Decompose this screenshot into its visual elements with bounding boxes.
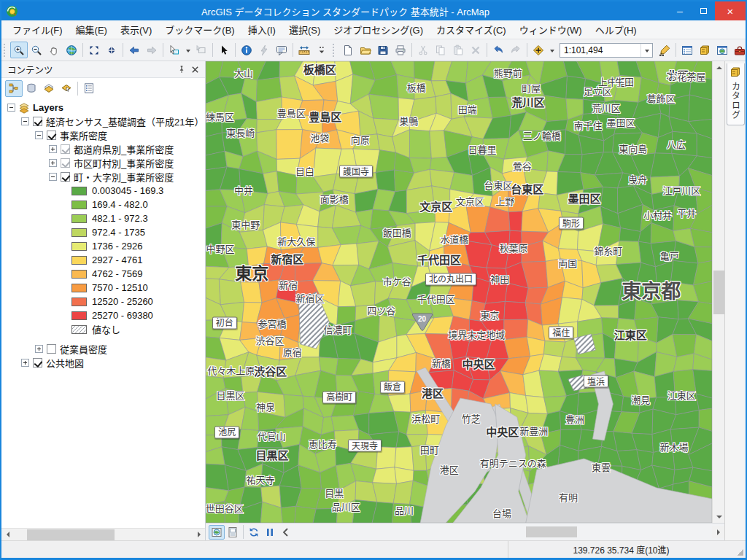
layer-visibility-checkbox[interactable] xyxy=(61,172,70,182)
save-button[interactable] xyxy=(374,42,392,58)
undo-button[interactable] xyxy=(489,42,507,58)
toc-tree-row[interactable]: 従業員密度 xyxy=(1,342,205,356)
collapse-icon[interactable] xyxy=(7,104,15,112)
close-button[interactable]: × xyxy=(715,1,746,20)
collapse-icon[interactable] xyxy=(35,131,43,139)
list-source-button[interactable] xyxy=(23,80,40,97)
scroll-right-button[interactable] xyxy=(193,529,205,541)
data-view-button[interactable] xyxy=(209,525,225,540)
fixed-zoom-in-button[interactable] xyxy=(85,42,103,58)
catalog-button[interactable] xyxy=(696,42,713,58)
pause-button[interactable] xyxy=(262,525,278,540)
add-data-button[interactable] xyxy=(530,42,547,58)
scroll-down-button[interactable] xyxy=(713,510,725,523)
overflow-button[interactable] xyxy=(313,42,330,58)
legend-row[interactable]: 482.1 - 972.3 xyxy=(1,211,205,225)
back-button[interactable] xyxy=(125,42,143,58)
expand-icon[interactable] xyxy=(49,145,57,153)
scrollbar-thumb[interactable] xyxy=(713,271,724,314)
toc-horizontal-scrollbar[interactable] xyxy=(1,528,205,540)
toc-button[interactable] xyxy=(678,42,696,58)
print-button[interactable] xyxy=(392,42,409,58)
scrollbar-track[interactable] xyxy=(14,529,193,541)
scroll-right-button[interactable] xyxy=(712,526,724,538)
scrollbar-thumb[interactable] xyxy=(27,529,115,540)
menu-item-0[interactable]: ファイル(F) xyxy=(6,20,69,39)
collapse-icon[interactable] xyxy=(49,173,57,181)
minimize-button[interactable]: – xyxy=(668,1,692,20)
menu-item-2[interactable]: 表示(V) xyxy=(114,20,158,39)
legend-row[interactable]: 1736 - 2926 xyxy=(1,239,205,253)
menu-item-6[interactable]: ジオプロセシング(G) xyxy=(327,20,430,39)
menu-item-9[interactable]: ヘルプ(H) xyxy=(589,20,643,39)
options-button[interactable] xyxy=(80,80,98,97)
scrollbar-thumb[interactable] xyxy=(526,526,577,537)
menu-item-7[interactable]: カスタマイズ(C) xyxy=(430,20,513,39)
legend-row[interactable]: 4762 - 7569 xyxy=(1,267,205,281)
html-popup-button[interactable] xyxy=(273,42,290,58)
menu-item-1[interactable]: 編集(E) xyxy=(69,20,114,39)
menu-item-5[interactable]: 選択(S) xyxy=(282,20,327,39)
new-doc-button[interactable] xyxy=(339,42,357,58)
catalog-tab[interactable]: カタログ xyxy=(727,63,745,125)
scroll-left-button[interactable] xyxy=(1,529,14,541)
toc-close-icon[interactable] xyxy=(188,63,201,76)
legend-row[interactable]: 169.4 - 482.0 xyxy=(1,198,205,211)
identify-button[interactable] xyxy=(238,42,255,58)
toc-tree-row[interactable]: 経済センサス_基礎調査（平成21年） xyxy=(1,114,205,128)
fixed-zoom-out-button[interactable] xyxy=(103,42,120,58)
map-viewport[interactable]: 大山板橋区板橋上中里北区熊野前町屋荒川区牛田足立区荒川区葛飾区お花茶屋田端練馬区… xyxy=(206,61,712,523)
expand-icon[interactable] xyxy=(35,345,43,353)
menu-item-4[interactable]: 挿入(I) xyxy=(241,20,282,39)
editor-button[interactable] xyxy=(656,42,673,58)
select-features-dropdown-icon[interactable] xyxy=(183,42,193,58)
maximize-button[interactable] xyxy=(692,1,715,20)
layer-visibility-checkbox[interactable] xyxy=(33,117,42,126)
map-vertical-scrollbar[interactable] xyxy=(712,61,724,523)
search-button[interactable] xyxy=(713,42,731,58)
open-button[interactable] xyxy=(357,42,374,58)
expand-icon[interactable] xyxy=(49,159,57,167)
list-selection-button[interactable] xyxy=(58,80,75,97)
legend-row[interactable]: 値なし xyxy=(1,322,205,336)
select-elements-button[interactable] xyxy=(215,42,233,58)
layer-visibility-checkbox[interactable] xyxy=(47,131,56,140)
select-features-button[interactable] xyxy=(166,42,183,58)
toc-tree-row[interactable]: 公共地図 xyxy=(1,356,205,370)
toc-tree-row[interactable]: 町・大字別_事業所密度 xyxy=(1,170,205,184)
layer-visibility-checkbox[interactable] xyxy=(47,344,56,354)
scrollbar-track[interactable] xyxy=(713,74,725,510)
legend-row[interactable]: 2927 - 4761 xyxy=(1,253,205,267)
pin-icon[interactable] xyxy=(175,63,188,76)
measure-button[interactable] xyxy=(295,42,313,58)
layer-visibility-checkbox[interactable] xyxy=(61,158,70,168)
list-visibility-button[interactable] xyxy=(40,80,58,97)
scroll-up-button[interactable] xyxy=(713,61,725,74)
map-scale-combo[interactable]: 1:101,494 xyxy=(560,43,653,58)
legend-row[interactable]: 25270 - 69380 xyxy=(1,308,205,322)
list-drawing-order-button[interactable] xyxy=(5,80,23,97)
map-scale-dropdown-icon[interactable] xyxy=(640,44,652,57)
toc-tree-row[interactable]: 都道府県別_事業所密度 xyxy=(1,142,205,156)
layer-visibility-checkbox[interactable] xyxy=(33,358,42,368)
toc-tree-row[interactable]: Layers xyxy=(1,101,205,114)
toc-tree-row[interactable]: 市区町村別_事業所密度 xyxy=(1,156,205,170)
pan-button[interactable] xyxy=(45,42,63,58)
legend-row[interactable]: 7570 - 12510 xyxy=(1,281,205,295)
zoom-out-button[interactable] xyxy=(28,42,45,58)
legend-row[interactable]: 972.4 - 1735 xyxy=(1,225,205,239)
toolbox-button[interactable] xyxy=(731,42,746,58)
menu-item-8[interactable]: ウィンドウ(W) xyxy=(513,20,589,39)
collapse-icon[interactable] xyxy=(21,117,29,125)
layer-visibility-checkbox[interactable] xyxy=(61,144,70,154)
add-data-dropdown-icon[interactable] xyxy=(547,42,557,58)
refresh-button[interactable] xyxy=(246,525,262,540)
zoom-in-button[interactable] xyxy=(10,42,28,58)
toc-tree-row[interactable]: 事業所密度 xyxy=(1,128,205,142)
expand-icon[interactable] xyxy=(21,359,29,367)
legend-row[interactable]: 0.003045 - 169.3 xyxy=(1,184,205,198)
menu-item-3[interactable]: ブックマーク(B) xyxy=(158,20,241,39)
legend-row[interactable]: 12520 - 25260 xyxy=(1,295,205,308)
scroll-left-button[interactable] xyxy=(278,525,294,540)
map-horizontal-scrollbar[interactable] xyxy=(298,526,712,538)
